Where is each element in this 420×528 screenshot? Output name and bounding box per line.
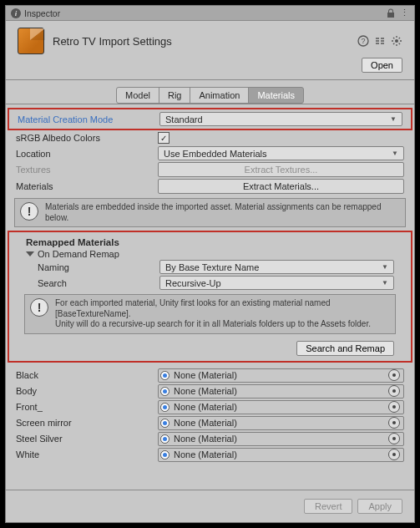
material-slot-value: None (Material) <box>174 434 388 444</box>
object-picker-icon[interactable] <box>388 369 400 381</box>
material-slot-row: Screen mirrorNone (Material) <box>16 415 404 431</box>
object-field-dot-icon <box>160 371 170 380</box>
svg-text:?: ? <box>361 37 365 45</box>
material-slot-label: Body <box>16 386 158 396</box>
material-slot-value: None (Material) <box>174 386 388 396</box>
naming-label: Naming <box>26 262 159 272</box>
object-picker-icon[interactable] <box>388 433 400 444</box>
inspector-info-icon: i <box>11 8 21 18</box>
search-dropdown[interactable]: Recursive-Up ▼ <box>159 276 394 290</box>
material-slot-label: Front_ <box>16 402 158 412</box>
material-creation-mode-label: Material Creation Mode <box>18 114 159 124</box>
window-title: Inspector <box>24 8 382 18</box>
material-slot-label: White <box>16 449 158 459</box>
material-slot-value: None (Material) <box>174 402 388 412</box>
chevron-down-icon: ▼ <box>382 279 388 287</box>
extract-materials-button[interactable]: Extract Materials... <box>158 179 404 194</box>
location-value: Use Embedded Materials <box>164 149 267 159</box>
material-slot-value: None (Material) <box>174 449 388 459</box>
material-creation-mode-dropdown[interactable]: Standard ▼ <box>159 112 402 126</box>
location-dropdown[interactable]: Use Embedded Materials ▼ <box>158 146 404 160</box>
importer-tabs: Model Rig Animation Materials <box>6 80 414 104</box>
lock-icon[interactable] <box>387 8 395 18</box>
chevron-down-icon: ▼ <box>392 150 398 157</box>
search-and-remap-button[interactable]: Search and Remap <box>296 341 394 356</box>
foldout-arrow-icon <box>26 251 34 256</box>
material-slot-field[interactable]: None (Material) <box>158 400 404 414</box>
svg-point-2 <box>395 39 398 43</box>
material-slot-row: Front_None (Material) <box>16 399 404 415</box>
search-value: Recursive-Up <box>165 278 221 288</box>
naming-dropdown[interactable]: By Base Texture Name ▼ <box>159 260 394 274</box>
material-slot-field[interactable]: None (Material) <box>158 368 404 383</box>
remap-help-info: ! For each imported material, Unity firs… <box>24 294 396 334</box>
material-slot-label: Black <box>16 370 158 380</box>
chevron-down-icon: ▼ <box>382 263 388 271</box>
material-creation-mode-value: Standard <box>165 114 203 124</box>
remapped-materials-header: Remapped Materials <box>18 234 402 249</box>
object-picker-icon[interactable] <box>388 401 400 413</box>
material-slot-field[interactable]: None (Material) <box>158 384 404 399</box>
object-field-dot-icon <box>160 387 170 396</box>
naming-value: By Base Texture Name <box>165 262 259 272</box>
info-icon: ! <box>20 202 38 221</box>
tab-rig[interactable]: Rig <box>159 87 191 104</box>
material-slot-value: None (Material) <box>174 370 388 380</box>
object-field-dot-icon <box>160 403 170 412</box>
info-icon: ! <box>30 298 48 317</box>
material-slot-field[interactable]: None (Material) <box>158 448 404 462</box>
tab-materials[interactable]: Materials <box>248 87 304 104</box>
object-field-dot-icon <box>160 450 170 459</box>
object-picker-icon[interactable] <box>388 449 400 460</box>
material-slot-row: Steel SilverNone (Material) <box>16 431 404 447</box>
on-demand-remap-foldout[interactable]: On Demand Remap <box>18 249 402 259</box>
material-slot-row: BlackNone (Material) <box>16 368 404 383</box>
apply-button[interactable]: Apply <box>357 499 402 514</box>
open-button[interactable]: Open <box>362 58 402 73</box>
presets-icon[interactable] <box>374 35 386 47</box>
settings-menu-icon[interactable] <box>391 35 402 47</box>
srgb-checkbox[interactable]: ✓ <box>158 132 170 144</box>
revert-button[interactable]: Revert <box>304 499 352 514</box>
object-picker-icon[interactable] <box>388 417 400 429</box>
material-slot-row: WhiteNone (Material) <box>16 447 404 463</box>
material-slot-field[interactable]: None (Material) <box>158 432 404 446</box>
material-slot-field[interactable]: None (Material) <box>158 416 404 430</box>
location-label: Location <box>16 149 158 159</box>
embedded-materials-info: ! Materials are embedded inside the impo… <box>14 198 406 227</box>
material-slot-label: Screen mirror <box>16 418 158 428</box>
material-slot-value: None (Material) <box>174 418 388 428</box>
object-picker-icon[interactable] <box>388 385 400 397</box>
material-slot-label: Steel Silver <box>16 434 158 444</box>
object-field-dot-icon <box>160 434 170 444</box>
chevron-down-icon: ▼ <box>390 115 397 123</box>
object-field-dot-icon <box>160 419 170 428</box>
search-label: Search <box>26 278 159 288</box>
textures-label: Textures <box>16 165 158 175</box>
asset-title: Retro TV Import Settings <box>53 35 357 48</box>
tab-model[interactable]: Model <box>116 87 159 104</box>
materials-label: Materials <box>16 181 158 191</box>
titlebar-menu-icon[interactable]: ⋮ <box>400 8 409 18</box>
srgb-label: sRGB Albedo Colors <box>16 133 158 143</box>
extract-textures-button[interactable]: Extract Textures... <box>158 162 404 177</box>
tab-animation[interactable]: Animation <box>190 87 249 104</box>
on-demand-remap-label: On Demand Remap <box>38 249 119 259</box>
material-slots-list: BlackNone (Material)BodyNone (Material)F… <box>6 363 414 463</box>
material-slot-row: BodyNone (Material) <box>16 383 404 399</box>
asset-prefab-icon <box>18 28 44 54</box>
help-icon[interactable]: ? <box>357 35 369 47</box>
